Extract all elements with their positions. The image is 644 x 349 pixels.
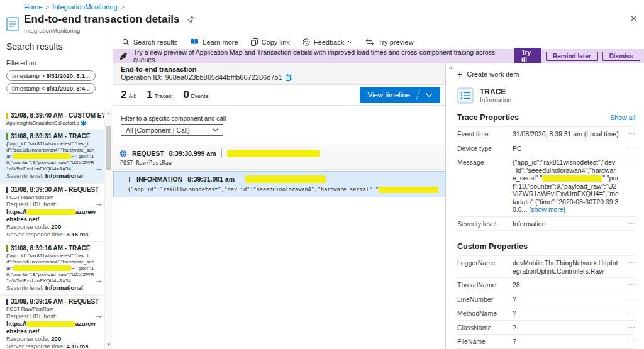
count-events[interactable]: 0Events: bbox=[183, 89, 209, 101]
copy-link-button[interactable]: Copy link bbox=[251, 38, 290, 46]
row-menu-icon[interactable]: ··· bbox=[623, 296, 635, 304]
filter-chip-timestamp-lt[interactable]: timestamp < 8/31/2020, 8:4... bbox=[6, 83, 96, 94]
document-icon bbox=[6, 17, 19, 31]
trace-type-sub: Information bbox=[480, 97, 511, 104]
custom-properties-title: Custom Properties bbox=[457, 242, 528, 251]
message-value: {"app_id":"rak811wisnodetest","dev_id":"… bbox=[513, 158, 623, 214]
count-all[interactable]: 2All: bbox=[121, 89, 136, 101]
list-item-request[interactable]: 31/08, 8:39:16 AM - REQUEST POST Raw/Pos… bbox=[0, 296, 113, 349]
open-detail-arrow-icon[interactable]: → bbox=[94, 312, 103, 319]
component-filter-select[interactable]: All [Component | Call] bbox=[121, 124, 223, 136]
row-menu-icon[interactable]: ··· bbox=[623, 220, 635, 228]
trace-detail-panel: » + Create work item TRACE Information bbox=[445, 63, 644, 349]
transaction-header: End-to-end transaction Operation ID: 968… bbox=[113, 63, 445, 85]
results-summary-bar: 2All: 1Traces: 0Events: View timeline bbox=[113, 85, 445, 106]
response-time-label: Server response time: bbox=[6, 343, 65, 349]
item-json: {"app_id":"rak811wisnodetest","dev_id":"… bbox=[6, 141, 96, 172]
row-menu-icon[interactable]: ··· bbox=[623, 130, 635, 138]
list-item-trace[interactable]: 31/08, 8:39:16 AM - TRACE {"app_id":"rak… bbox=[0, 242, 113, 296]
scroll-up-icon[interactable]: ▲ bbox=[105, 109, 113, 118]
page-header: Home > IntegrationMonitoring > End-to-en… bbox=[0, 0, 644, 35]
sidebar-scrollbar[interactable]: ▲ ▼ bbox=[104, 109, 113, 349]
breadcrumb-separator: > bbox=[45, 4, 49, 11]
item-text: AppInsightsSnapshotCollectorLo bbox=[6, 120, 79, 126]
row-menu-icon[interactable]: ··· bbox=[623, 338, 635, 346]
count-traces[interactable]: 1Traces: bbox=[147, 89, 173, 101]
filter-chip-timestamp-gt[interactable]: timestamp > 8/31/2020, 8:1... bbox=[6, 70, 96, 81]
remind-later-button[interactable]: Remind later bbox=[546, 52, 598, 61]
request-post-path: POST Raw/PostRaw bbox=[120, 160, 439, 166]
command-bar: Search results Learn more Copy link Feed… bbox=[113, 35, 644, 49]
trace-type-card: TRACE Information bbox=[457, 87, 635, 104]
property-row-device-type: Device type PC ··· bbox=[457, 141, 635, 155]
page-subtitle: IntegrationMonitoring bbox=[24, 27, 80, 34]
filtered-on-label: Filtered on bbox=[6, 60, 36, 67]
trace-message-preview: {"app_id":"rak811wisnodetest","dev_id":"… bbox=[128, 186, 438, 193]
list-item-request[interactable]: 31/08, 8:39:30 AM - REQUEST POST Raw/Pos… bbox=[0, 184, 113, 242]
item-header: 31/08, 8:39:16 AM - REQUEST bbox=[11, 298, 99, 305]
transaction-column: End-to-end transaction Operation ID: 968… bbox=[113, 63, 445, 349]
learn-more-button[interactable]: Learn more bbox=[190, 38, 238, 46]
search-results-list: 31/08, 8:39:40 AM - CUSTOM EVENT AppInsi… bbox=[0, 109, 113, 349]
redacted-value bbox=[13, 265, 71, 271]
request-url-label: Request URL host: bbox=[6, 313, 96, 320]
create-work-item-button[interactable]: + Create work item bbox=[457, 70, 519, 78]
row-menu-icon[interactable]: ··· bbox=[623, 259, 635, 267]
show-all-link[interactable]: Show all bbox=[610, 114, 635, 121]
redacted-value bbox=[542, 175, 602, 182]
row-menu-icon[interactable]: ··· bbox=[623, 281, 635, 289]
try-preview-button[interactable]: Try preview bbox=[365, 38, 413, 46]
response-time-label: Server response time: bbox=[6, 231, 65, 238]
open-detail-arrow-icon[interactable]: → bbox=[94, 165, 103, 172]
view-timeline-button[interactable]: View timeline bbox=[360, 87, 440, 103]
copy-operation-id-icon[interactable] bbox=[286, 74, 292, 81]
scrollbar-thumb[interactable] bbox=[106, 126, 111, 170]
information-badge: INFORMATION bbox=[136, 175, 182, 183]
smiley-icon bbox=[303, 38, 310, 46]
open-detail-arrow-icon[interactable]: → bbox=[94, 200, 103, 208]
item-json: {"app_id":"rak811wisnodetest","dev_id":"… bbox=[6, 253, 96, 284]
copy-icon bbox=[251, 38, 258, 46]
breadcrumb-integration-monitoring[interactable]: IntegrationMonitoring bbox=[52, 3, 117, 11]
row-menu-icon[interactable]: ··· bbox=[623, 158, 635, 167]
pin-icon[interactable] bbox=[187, 16, 195, 23]
response-code-value: 200 bbox=[51, 335, 61, 342]
open-detail-arrow-icon[interactable]: → bbox=[94, 277, 103, 284]
response-code-label: Response code: bbox=[6, 335, 50, 342]
request-color-bar bbox=[6, 299, 8, 305]
dismiss-button[interactable]: Dismiss bbox=[602, 52, 640, 61]
item-header: 31/08, 8:39:40 AM - CUSTOM EVENT bbox=[11, 112, 113, 119]
feedback-button[interactable]: Feedback bbox=[303, 38, 353, 46]
collapse-panel-icon[interactable]: » bbox=[448, 64, 452, 71]
property-row-loggername: LoggerNamedevMobile.TheThingNetwork.Http… bbox=[457, 255, 635, 277]
column-divider bbox=[221, 149, 222, 157]
try-it-button[interactable]: Try it! bbox=[514, 48, 541, 64]
row-menu-icon[interactable]: ··· bbox=[623, 145, 635, 153]
row-menu-icon[interactable]: ··· bbox=[623, 309, 635, 318]
response-time-value: 3.16 ms bbox=[67, 231, 89, 238]
list-item-custom-event[interactable]: 31/08, 8:39:40 AM - CUSTOM EVENT AppInsi… bbox=[0, 109, 113, 130]
request-color-bar bbox=[6, 187, 8, 193]
request-url: https://azurewebsites.net/ bbox=[6, 320, 96, 335]
close-icon[interactable]: × bbox=[631, 14, 636, 24]
severity-value: Informational bbox=[45, 284, 83, 291]
show-more-link[interactable]: [show more] bbox=[529, 206, 565, 213]
row-menu-icon[interactable]: ··· bbox=[623, 324, 635, 332]
breadcrumb-home[interactable]: Home bbox=[24, 3, 42, 11]
preview-banner: Try a new preview of Application Map and… bbox=[113, 49, 644, 63]
transaction-title: End-to-end transaction bbox=[121, 65, 438, 73]
property-row-linenumber: LineNumber?··· bbox=[457, 292, 635, 306]
scroll-down-icon[interactable]: ▼ bbox=[105, 341, 113, 349]
property-row-classname: ClassName?··· bbox=[457, 320, 635, 335]
chevron-down-icon bbox=[426, 93, 433, 97]
search-results-button[interactable]: Search results bbox=[122, 38, 177, 46]
information-trace-row[interactable]: I INFORMATION 8:39:31.001 am {"app_id":"… bbox=[113, 171, 445, 197]
redacted-url bbox=[26, 321, 75, 327]
item-header: 31/08, 8:39:31 AM - TRACE bbox=[11, 133, 90, 140]
breadcrumb-separator: > bbox=[121, 4, 125, 11]
request-url-label: Request URL host: bbox=[6, 201, 96, 208]
list-item-trace[interactable]: 31/08, 8:39:31 AM - TRACE {"app_id":"rak… bbox=[0, 130, 113, 184]
banner-text: Try a new preview of Application Map and… bbox=[133, 48, 509, 64]
request-event-row[interactable]: REQUEST 8:39:30.999 am POST Raw/PostRaw bbox=[113, 145, 445, 170]
request-icon bbox=[119, 150, 127, 157]
